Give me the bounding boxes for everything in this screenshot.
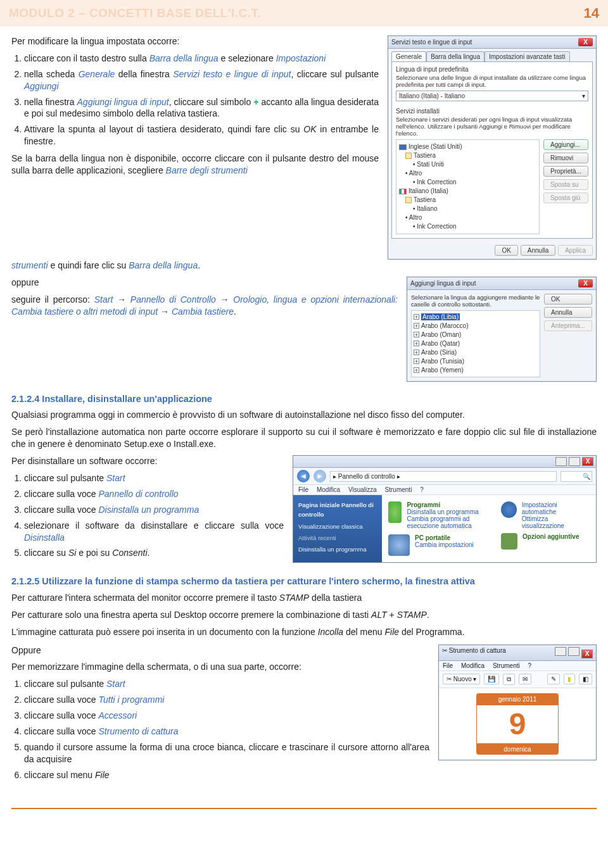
sidebar-item[interactable]: Disinstalla un programma bbox=[298, 544, 377, 554]
dialog-title: Servizi testo e lingue di input bbox=[391, 39, 472, 46]
menu-file[interactable]: File bbox=[443, 662, 453, 669]
language-tree[interactable]: Inglese (Stati Uniti) Tastiera • Stati U… bbox=[396, 139, 540, 234]
dialog-text-services: Servizi testo e lingue di input X Genera… bbox=[388, 35, 597, 260]
cancel-button[interactable]: Annulla bbox=[521, 245, 555, 256]
language-list[interactable]: +Arabo (Libia) +Arabo (Marocco) +Arabo (… bbox=[411, 310, 540, 377]
pc-link[interactable]: Cambia impostazioni bbox=[415, 541, 474, 548]
sec5-p3: L'immagine catturata può essere poi inse… bbox=[11, 626, 597, 638]
chevron-down-icon: ▾ bbox=[582, 92, 585, 99]
expand-icon[interactable]: + bbox=[414, 358, 419, 364]
ok-button[interactable]: OK bbox=[495, 245, 517, 256]
ok-button[interactable]: OK bbox=[544, 294, 592, 305]
menu-bar: File Modifica Visualizza Strumenti ? bbox=[293, 485, 596, 495]
remove-button[interactable]: Rimuovi bbox=[543, 153, 588, 163]
flag-icon bbox=[399, 189, 407, 194]
list-item: cliccare sulla voce Disinstalla un progr… bbox=[24, 504, 284, 516]
copy-icon[interactable]: ⧉ bbox=[503, 674, 515, 685]
sidebar-item[interactable]: Pagina iniziale Pannello di controllo bbox=[298, 500, 377, 519]
expand-icon[interactable]: + bbox=[414, 314, 419, 320]
uninstall-steps: cliccare sul pulsante Start cliccare sul… bbox=[11, 472, 284, 559]
save-icon[interactable]: 💾 bbox=[484, 674, 499, 684]
sec5-p1: Per catturare l'intera schermata del mon… bbox=[11, 592, 597, 604]
footer-divider bbox=[11, 808, 597, 809]
close-icon[interactable]: X bbox=[578, 38, 593, 46]
sec4-p3: Per disinstallare un software occorre: bbox=[11, 455, 284, 467]
menu-bar: File Modifica Strumenti ? bbox=[439, 661, 596, 671]
step-4: Attivare la spunta al layout di tastiera… bbox=[24, 123, 379, 148]
close-icon[interactable]: X bbox=[578, 279, 593, 287]
page-number: 14 bbox=[584, 5, 599, 22]
sec5-p2: Per catturare solo una finestra aperta s… bbox=[11, 609, 597, 621]
list-item: cliccare sulla voce Pannello di controll… bbox=[24, 488, 284, 500]
control-panel-window: X ◄ ► ▸ Pannello di controllo ▸ 🔍 File M… bbox=[293, 455, 597, 563]
programs-title[interactable]: Programmi bbox=[407, 501, 488, 508]
expand-icon[interactable]: + bbox=[414, 341, 419, 346]
minimize-icon[interactable] bbox=[555, 647, 566, 656]
forward-icon[interactable]: ► bbox=[314, 470, 326, 482]
section-2124-header: 2.1.2.4 Installare, disinstallare un'app… bbox=[11, 393, 597, 406]
tab-barra-lingua[interactable]: Barra della lingua bbox=[426, 51, 484, 61]
address-bar[interactable]: ▸ Pannello di controllo ▸ bbox=[330, 471, 557, 482]
expand-icon[interactable]: + bbox=[414, 349, 419, 355]
move-down-button[interactable]: Sposta giù bbox=[543, 192, 588, 203]
section-2125-header: 2.1.2.5 Utilizzare la funzione di stampa… bbox=[11, 576, 597, 588]
options-icon bbox=[501, 533, 517, 550]
maximize-icon[interactable] bbox=[569, 457, 580, 466]
search-input[interactable]: 🔍 bbox=[560, 471, 592, 482]
minimize-icon[interactable] bbox=[555, 457, 567, 466]
tab-generale[interactable]: Generale bbox=[391, 51, 426, 61]
expand-icon[interactable]: + bbox=[414, 323, 419, 329]
step-2: nella scheda Generale della finestra Ser… bbox=[24, 68, 379, 92]
close-icon[interactable]: X bbox=[582, 457, 593, 466]
calendar-dow: domenica bbox=[476, 744, 559, 755]
eraser-icon[interactable]: ◧ bbox=[579, 674, 592, 684]
menu-edit[interactable]: Modifica bbox=[317, 486, 340, 493]
new-button[interactable]: ✂ Nuovo ▾ bbox=[443, 674, 480, 684]
expand-icon[interactable]: + bbox=[414, 332, 419, 337]
list-item: cliccare sulla voce Strumento di cattura bbox=[24, 726, 429, 738]
menu-tools[interactable]: Strumenti bbox=[493, 662, 520, 669]
flag-icon bbox=[399, 144, 407, 150]
preview-button[interactable]: Anteprima... bbox=[544, 320, 592, 331]
strumenti: strumenti bbox=[11, 260, 48, 270]
sidebar-item[interactable]: Attività recenti bbox=[298, 533, 377, 543]
oppure2: Oppure bbox=[11, 645, 429, 657]
uninstall-link[interactable]: Disinstalla un programma bbox=[407, 508, 488, 515]
programs-icon bbox=[388, 501, 402, 523]
page-header: MODULO 2 – CONCETTI BASE DELL'I.C.T. 14 bbox=[0, 0, 608, 27]
autorun-link[interactable]: Cambia programmi ad esecuzione automatic… bbox=[407, 515, 488, 529]
menu-tools[interactable]: Strumenti bbox=[385, 486, 412, 493]
close-icon[interactable]: X bbox=[581, 650, 593, 658]
sidebar: Pagina iniziale Pannello di controllo Vi… bbox=[293, 495, 382, 562]
scissors-icon: ✂ bbox=[446, 676, 452, 682]
back-icon[interactable]: ◄ bbox=[297, 470, 310, 482]
path-para: seguire il percorso: Start → Pannello di… bbox=[11, 294, 398, 318]
cancel-button[interactable]: Annulla bbox=[544, 307, 592, 318]
menu-help[interactable]: ? bbox=[420, 486, 424, 493]
pc-title[interactable]: PC portatile bbox=[415, 534, 474, 541]
group-default-lang: Lingua di input predefinita bbox=[396, 66, 588, 73]
pen-icon[interactable]: ✎ bbox=[547, 674, 560, 684]
move-up-button[interactable]: Sposta su bbox=[543, 179, 588, 190]
properties-button[interactable]: Proprietà... bbox=[543, 166, 588, 177]
tab-avanzate[interactable]: Impostazioni avanzate tasti bbox=[484, 51, 570, 61]
add-button[interactable]: Aggiungi... bbox=[543, 139, 588, 150]
menu-edit[interactable]: Modifica bbox=[461, 662, 484, 669]
maximize-icon[interactable] bbox=[568, 647, 580, 656]
menu-help[interactable]: ? bbox=[528, 662, 532, 669]
sec4-p1: Qualsiasi programma oggi in commercio è … bbox=[11, 409, 597, 421]
list-item: cliccare sul menu File bbox=[24, 769, 429, 781]
default-lang-combo[interactable]: Italiano (Italia) - Italiano▾ bbox=[396, 91, 588, 101]
expand-icon[interactable]: + bbox=[414, 367, 419, 373]
menu-view[interactable]: Visualizza bbox=[348, 486, 377, 493]
list-item: cliccare sulla voce Accessori bbox=[24, 710, 429, 722]
snipping-tool-window: ✂ Strumento di cattura X File Modifica S… bbox=[438, 645, 597, 760]
step-1: cliccare con il tasto destro sulla Barra… bbox=[24, 53, 379, 65]
highlighter-icon[interactable]: ▮ bbox=[564, 674, 575, 684]
menu-file[interactable]: File bbox=[298, 486, 308, 493]
sidebar-item[interactable]: Visualizzazione classica bbox=[298, 522, 377, 531]
apply-button[interactable]: Applica bbox=[558, 245, 593, 256]
list-item: selezionare il software da disinstallare… bbox=[24, 520, 284, 544]
mail-icon[interactable]: ✉ bbox=[519, 674, 531, 684]
sec4-p2: Se però l'installazione automatica non p… bbox=[11, 426, 597, 450]
